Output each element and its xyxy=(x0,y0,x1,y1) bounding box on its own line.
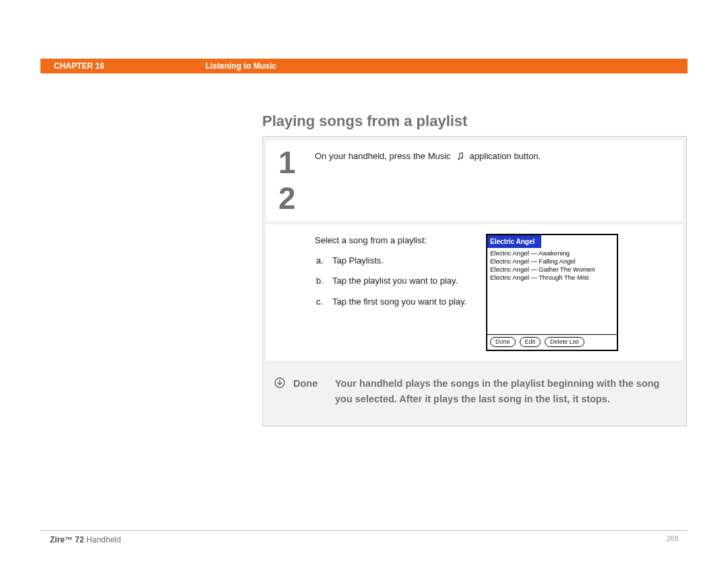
palm-delete-list-button[interactable]: Delete List xyxy=(545,337,584,347)
step-number-2: 2 xyxy=(278,185,315,212)
substep-c-text: Tap the first song you want to play. xyxy=(332,295,466,309)
palm-button-row: Done Edit Delete List xyxy=(487,334,617,350)
step-1-content: On your handheld, press the Music applic… xyxy=(315,150,671,212)
done-label: Done xyxy=(293,376,335,407)
step-1-text-b: application button. xyxy=(470,150,541,163)
step-2-number-spacer xyxy=(278,234,315,351)
chapter-header-bar: CHAPTER 16 Listening to Music xyxy=(40,59,688,73)
done-text: Your handheld plays the songs in the pla… xyxy=(335,376,675,407)
step-1-text-a: On your handheld, press the Music xyxy=(315,150,451,163)
music-note-icon xyxy=(455,151,466,162)
substep-b-text: Tap the playlist you want to play. xyxy=(332,274,458,288)
footer-product-bold: Zire™ 72 xyxy=(50,535,84,544)
palm-song-item: Electric Angel — Gather The Women xyxy=(490,266,614,274)
substep-b: b. Tap the playlist you want to play. xyxy=(316,274,470,288)
step-2-intro: Select a song from a playlist: xyxy=(315,234,470,247)
substep-c-bullet: c. xyxy=(316,295,327,309)
done-arrow-icon xyxy=(274,376,293,407)
palm-device-screenshot: Electric Angel Electric Angel — Awakenin… xyxy=(486,234,618,351)
palm-playlist-title: Electric Angel xyxy=(487,235,541,248)
page-footer: Zire™ 72 Handheld 269 xyxy=(40,530,688,544)
substep-a-bullet: a. xyxy=(316,254,327,268)
section-label: Listening to Music xyxy=(206,61,276,71)
footer-product-rest: Handheld xyxy=(84,535,121,544)
step-2-box: Select a song from a playlist: a. Tap Pl… xyxy=(266,224,683,361)
step-2-instructions: Select a song from a playlist: a. Tap Pl… xyxy=(315,234,470,315)
step-number-1: 1 xyxy=(278,150,315,176)
palm-done-button[interactable]: Done xyxy=(490,337,516,347)
step-number-column: 1 2 xyxy=(278,150,315,212)
done-row: Done Your handheld plays the songs in th… xyxy=(266,364,683,422)
substep-a: a. Tap Playlists. xyxy=(316,254,470,268)
palm-song-item: Electric Angel — Awakening xyxy=(490,249,614,257)
footer-product-name: Zire™ 72 Handheld xyxy=(50,535,121,544)
page-title: Playing songs from a playlist xyxy=(262,113,467,130)
palm-song-list: Electric Angel — Awakening Electric Ange… xyxy=(487,248,617,334)
steps-container: 1 2 On your handheld, press the Music ap… xyxy=(262,136,687,427)
step-1-box: 1 2 On your handheld, press the Music ap… xyxy=(266,140,683,221)
substep-c: c. Tap the first song you want to play. xyxy=(316,295,470,309)
palm-song-item: Electric Angel — Through The Mist xyxy=(490,274,614,282)
palm-edit-button[interactable]: Edit xyxy=(520,337,541,347)
substep-a-text: Tap Playlists. xyxy=(332,254,384,268)
palm-song-item: Electric Angel — Falling Angel xyxy=(490,257,614,266)
chapter-label: CHAPTER 16 xyxy=(54,61,104,71)
substep-b-bullet: b. xyxy=(316,274,327,288)
step-2-content: Select a song from a playlist: a. Tap Pl… xyxy=(315,234,671,351)
footer-page-number: 269 xyxy=(667,535,678,544)
